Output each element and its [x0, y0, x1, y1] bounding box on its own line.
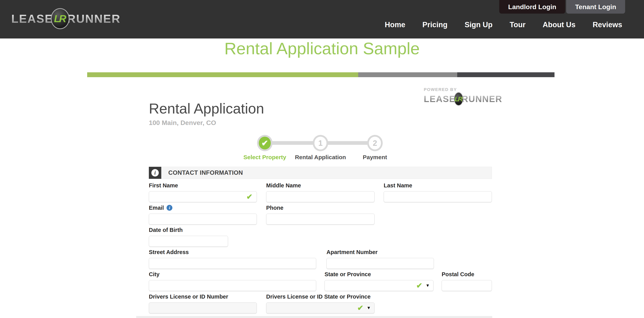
- state-select[interactable]: ✔ ▼: [324, 280, 434, 291]
- email-label: Email: [149, 205, 164, 211]
- middle-name-field: Middle Name: [266, 182, 374, 202]
- phone-label: Phone: [266, 205, 374, 211]
- powered-emblem-letters: LR: [454, 95, 462, 103]
- progress-segment-1: [87, 72, 358, 77]
- contact-information-section-header: i CONTACT INFORMATION: [149, 167, 492, 179]
- logo-runner-text: RUNNER: [67, 12, 121, 25]
- leaserunner-logo[interactable]: LEASE LR RUNNER: [11, 8, 121, 29]
- middle-name-label: Middle Name: [266, 182, 374, 189]
- state-label: State or Province: [324, 271, 434, 277]
- last-name-field: Last Name: [384, 182, 492, 202]
- landlord-login-button[interactable]: Landlord Login: [499, 0, 565, 13]
- drivers-license-number-field: Drivers License or ID Number: [149, 294, 257, 313]
- nav-link-signup[interactable]: Sign Up: [464, 20, 493, 29]
- date-of-birth-input[interactable]: [149, 236, 228, 247]
- powered-runner-text: RUNNER: [462, 94, 502, 104]
- application-heading: Rental Application: [149, 100, 264, 117]
- powered-by-logo: LEASE LR RUNNER: [424, 92, 494, 106]
- step-circle-payment: 2: [367, 135, 383, 151]
- date-of-birth-field: Date of Birth: [149, 227, 228, 247]
- next-section-edge: [136, 316, 492, 318]
- main-nav: Home Pricing Sign Up Tour About Us Revie…: [385, 20, 622, 29]
- logo-lease-text: LEASE: [11, 12, 53, 25]
- drivers-license-state-select[interactable]: ✔ ▼: [266, 303, 374, 313]
- email-info-icon[interactable]: i: [166, 205, 172, 211]
- powered-by-label: POWERED BY: [424, 87, 494, 92]
- step-label-rental-application: Rental Application: [295, 154, 346, 161]
- drivers-license-state-label: Drivers License or ID State or Province: [266, 294, 374, 300]
- email-input[interactable]: [149, 214, 257, 225]
- city-field: City: [149, 271, 316, 291]
- city-input[interactable]: [149, 280, 316, 291]
- first-name-input[interactable]: [149, 191, 257, 202]
- state-field: State or Province ✔ ▼: [324, 271, 434, 291]
- date-of-birth-label: Date of Birth: [149, 227, 228, 233]
- nav-link-reviews[interactable]: Reviews: [593, 20, 622, 29]
- top-navbar: LEASE LR RUNNER Landlord Login Tenant Lo…: [0, 0, 644, 38]
- tenant-login-button[interactable]: Tenant Login: [566, 0, 625, 13]
- drivers-license-state-field: Drivers License or ID State or Province …: [266, 294, 374, 313]
- progress-segment-3: [457, 72, 554, 77]
- valid-check-icon: ✔: [246, 193, 252, 200]
- valid-check-icon: ✔: [357, 304, 364, 312]
- dropdown-arrow-icon: ▼: [426, 283, 430, 288]
- middle-name-input[interactable]: [266, 191, 374, 202]
- first-name-field: First Name ✔: [149, 182, 257, 202]
- powered-by-block: POWERED BY LEASE LR RUNNER: [424, 87, 494, 106]
- email-field: Email i: [149, 205, 257, 225]
- login-buttons-group: Landlord Login Tenant Login: [499, 0, 625, 13]
- nav-link-pricing[interactable]: Pricing: [422, 20, 448, 29]
- apartment-number-input[interactable]: [326, 258, 434, 269]
- nav-link-home[interactable]: Home: [385, 20, 405, 29]
- step-circle-select-property: ✔: [257, 135, 272, 151]
- step-check-icon: ✔: [261, 138, 268, 148]
- city-label: City: [149, 271, 316, 277]
- apartment-number-field: Apartment Number: [326, 249, 434, 269]
- step-label-select-property: Select Property: [244, 154, 286, 161]
- emblem-letters: LR: [54, 13, 66, 24]
- step-number-2: 2: [373, 139, 377, 148]
- step-circle-rental-application: 1: [313, 135, 328, 151]
- first-name-label: First Name: [149, 182, 257, 189]
- last-name-label: Last Name: [384, 182, 492, 189]
- powered-lease-text: LEASE: [424, 94, 456, 104]
- street-address-label: Street Address: [149, 249, 316, 255]
- apartment-number-label: Apartment Number: [326, 249, 434, 255]
- section-title: CONTACT INFORMATION: [161, 167, 492, 179]
- section-info-icon-box: i: [149, 167, 161, 179]
- leaserunner-emblem-icon: LR: [51, 8, 70, 29]
- postal-code-input[interactable]: [442, 280, 492, 291]
- phone-field: Phone: [266, 205, 374, 225]
- street-address-field: Street Address: [149, 249, 316, 269]
- street-address-input[interactable]: [149, 258, 316, 269]
- nav-link-tour[interactable]: Tour: [510, 20, 526, 29]
- valid-check-icon: ✔: [416, 282, 422, 289]
- progress-bar: [87, 72, 554, 77]
- phone-input[interactable]: [266, 214, 374, 225]
- postal-code-label: Postal Code: [442, 271, 492, 277]
- nav-link-aboutus[interactable]: About Us: [543, 20, 576, 29]
- info-icon: i: [151, 169, 159, 177]
- postal-code-field: Postal Code: [442, 271, 492, 291]
- property-address: 100 Main, Denver, CO: [149, 119, 216, 127]
- rental-application-page: LEASE LR RUNNER Landlord Login Tenant Lo…: [0, 0, 644, 318]
- step-number-1: 1: [318, 139, 322, 148]
- page-title: Rental Application Sample: [0, 39, 644, 58]
- step-indicator: ✔ 1 2 Select Property Rental Application…: [257, 135, 383, 161]
- dropdown-arrow-icon: ▼: [366, 306, 371, 310]
- step-label-payment: Payment: [363, 154, 387, 161]
- progress-segment-2: [358, 72, 457, 77]
- drivers-license-number-label: Drivers License or ID Number: [149, 294, 257, 300]
- powered-emblem-icon: LR: [454, 92, 463, 106]
- last-name-input[interactable]: [384, 191, 492, 202]
- drivers-license-number-input[interactable]: [149, 303, 257, 313]
